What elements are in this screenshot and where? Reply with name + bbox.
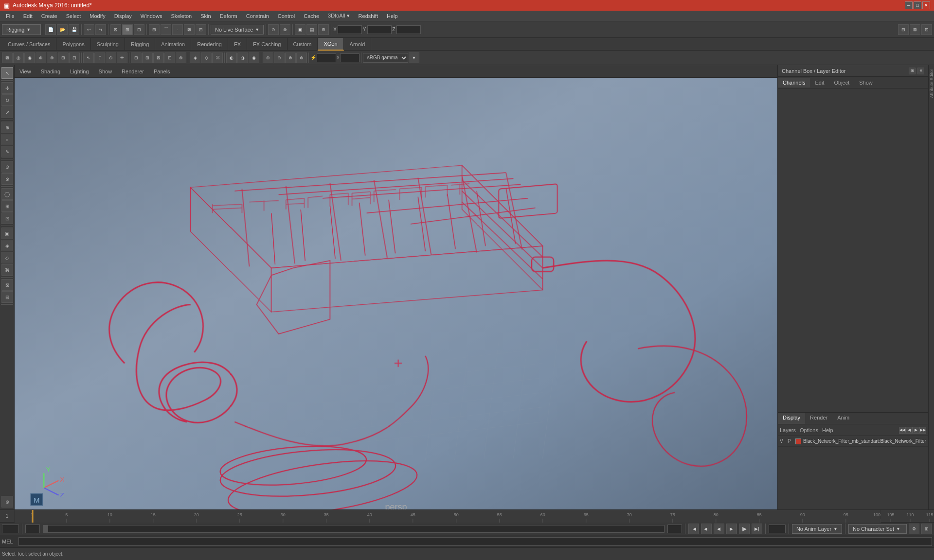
toolbar2-btn14[interactable]: ⊠ — [153, 52, 164, 63]
layer-nav-fwd[interactable]: ▶▶ — [919, 427, 926, 434]
track-btn[interactable]: ◇ — [1, 252, 13, 263]
step-back-btn[interactable]: ◀| — [701, 524, 712, 534]
scale-tool-btn[interactable]: ⤢ — [1, 106, 13, 118]
toolbar2-btn5[interactable]: ⊗ — [47, 52, 57, 63]
toolbar2-btn8[interactable]: ↖ — [83, 52, 94, 63]
menu-cache[interactable]: Cache — [300, 12, 323, 20]
toolbar2-btn1[interactable]: ⊠ — [2, 52, 13, 63]
viewport-menu-renderer[interactable]: Renderer — [119, 68, 147, 75]
universal-manip-btn[interactable]: ⊗ — [1, 173, 13, 185]
tab-object[interactable]: Object — [829, 78, 854, 88]
anim-preferences-btn[interactable]: ⚙ — [909, 524, 919, 534]
construction-btn[interactable]: ⊗ — [280, 24, 290, 35]
select-by-obj-btn[interactable]: ⊞ — [122, 24, 133, 35]
viewport-menu-lighting[interactable]: Lighting — [67, 68, 92, 75]
snap-curve-btn[interactable]: ⌒ — [161, 24, 171, 35]
toolbar2-btn6[interactable]: ⊞ — [58, 52, 69, 63]
maximize-button[interactable]: □ — [914, 1, 921, 9]
panel-float-btn[interactable]: ⊞ — [909, 68, 916, 74]
select-tool-btn[interactable]: ↖ — [1, 67, 13, 79]
tab-rigging[interactable]: Rigging — [125, 38, 155, 51]
no-character-set-btn[interactable]: No Character Set ▼ — [848, 524, 907, 534]
toolbar2-btn16[interactable]: ⊗ — [176, 52, 186, 63]
move-tool-btn[interactable]: ✛ — [1, 82, 13, 94]
camera-pan-btn[interactable]: ⊞ — [1, 200, 13, 212]
go-to-start-btn[interactable]: |◀ — [688, 524, 699, 534]
snap-point-btn[interactable]: · — [172, 24, 183, 35]
tab-show[interactable]: Show — [854, 78, 878, 88]
go-to-end-btn[interactable]: ▶| — [752, 524, 762, 534]
rotate-tool-btn[interactable]: ↻ — [1, 94, 13, 106]
select-by-hier-btn[interactable]: ⊠ — [110, 24, 121, 35]
toolbar2-btn21[interactable]: ◑ — [237, 52, 248, 63]
gamma-select[interactable]: sRGB gamma — [363, 53, 408, 63]
camera-orbit-btn[interactable]: ◯ — [1, 188, 13, 200]
camera-dolly-btn[interactable]: ⊡ — [1, 212, 13, 224]
toolbar2-btn24[interactable]: ⊖ — [274, 52, 285, 63]
tab-curves-surfaces[interactable]: Curves / Surfaces — [2, 38, 56, 51]
anim-end-input[interactable]: 200 — [769, 525, 786, 533]
snap-grid-btn[interactable]: ⊞ — [149, 24, 160, 35]
toolbar2-btn4[interactable]: ⊕ — [36, 52, 46, 63]
rigging-dropdown[interactable]: Rigging ▼ — [2, 24, 41, 35]
tab-custom[interactable]: Custom — [287, 38, 318, 51]
playback-range-bar[interactable] — [43, 525, 665, 533]
toolbar2-btn2[interactable]: ◎ — [13, 52, 24, 63]
menu-modify[interactable]: Modify — [86, 12, 109, 20]
toolbar2-btn12[interactable]: ⊟ — [131, 52, 142, 63]
attribute-editor-btn[interactable]: ⊠ — [910, 24, 920, 35]
toolbar2-btn26[interactable]: ⊛ — [296, 52, 307, 63]
toolbar2-btn7[interactable]: ⊡ — [69, 52, 80, 63]
menu-skeleton[interactable]: Skeleton — [167, 12, 196, 20]
menu-control[interactable]: Control — [274, 12, 299, 20]
playback-range-handle[interactable] — [43, 525, 48, 532]
viewport-menu-shading[interactable]: Shading — [38, 68, 63, 75]
play-back-btn[interactable]: ◀ — [714, 524, 724, 534]
options-menu[interactable]: Options — [800, 427, 818, 433]
toolbar2-btn15[interactable]: ⊡ — [164, 52, 175, 63]
layer-nav-back[interactable]: ◀◀ — [899, 427, 906, 434]
tumble-btn[interactable]: ◈ — [1, 240, 13, 251]
play-fwd-btn[interactable]: ▶ — [726, 524, 737, 534]
save-scene-btn[interactable]: 💾 — [69, 24, 79, 35]
layer-color-indicator[interactable] — [795, 438, 801, 444]
layer-tab-render[interactable]: Render — [805, 413, 832, 424]
exposure-input[interactable]: 0.00 — [317, 53, 336, 62]
menu-select[interactable]: Select — [62, 12, 85, 20]
channel-box-btn[interactable]: ⊟ — [898, 24, 909, 35]
tab-arnold[interactable]: Arnold — [344, 38, 372, 51]
select-by-comp-btn[interactable]: ⊡ — [134, 24, 144, 35]
frame-all-btn[interactable]: ⊠ — [1, 279, 13, 291]
step-fwd-btn[interactable]: |▶ — [739, 524, 750, 534]
redo-btn[interactable]: ↪ — [95, 24, 106, 35]
tab-fx-caching[interactable]: FX Caching — [247, 38, 287, 51]
toolbar2-btn23[interactable]: ⊕ — [263, 52, 273, 63]
layer-name[interactable]: Black_Network_Filter_mb_standart:Black_N… — [803, 438, 926, 444]
x-input[interactable] — [338, 25, 362, 34]
layer-nav-prev[interactable]: ◀ — [906, 427, 913, 434]
range-end-input[interactable]: 120 — [667, 525, 682, 533]
z-input[interactable] — [396, 25, 421, 34]
menu-file[interactable]: File — [2, 12, 18, 20]
tab-channels[interactable]: Channels — [778, 78, 810, 88]
tab-polygons[interactable]: Polygons — [56, 38, 90, 51]
tab-rendering[interactable]: Rendering — [191, 38, 228, 51]
new-scene-btn[interactable]: 📄 — [45, 24, 56, 35]
menu-help[interactable]: Help — [383, 12, 402, 20]
toolbar2-btn19[interactable]: ⌘ — [212, 52, 223, 63]
snap-surface-btn[interactable]: ⊠ — [184, 24, 195, 35]
toolbar2-btn11[interactable]: ✛ — [117, 52, 127, 63]
tab-xgen[interactable]: XGen — [318, 38, 343, 51]
toolbar2-btn20[interactable]: ◐ — [226, 52, 237, 63]
layer-tab-anim[interactable]: Anim — [832, 413, 854, 424]
layer-visibility[interactable]: V — [780, 438, 786, 444]
toolbar2-btn10[interactable]: ⊙ — [106, 52, 116, 63]
tab-edit[interactable]: Edit — [810, 78, 829, 88]
layers-menu[interactable]: Layers — [780, 427, 796, 433]
toolbar2-btn3[interactable]: ◉ — [24, 52, 35, 63]
menu-skin[interactable]: Skin — [197, 12, 215, 20]
timeline-ruler[interactable]: 1 5 10 15 20 25 30 — [15, 510, 880, 523]
tab-fx[interactable]: FX — [228, 38, 247, 51]
help-menu[interactable]: Help — [822, 427, 833, 433]
render-region-btn[interactable]: ▣ — [1, 228, 13, 239]
